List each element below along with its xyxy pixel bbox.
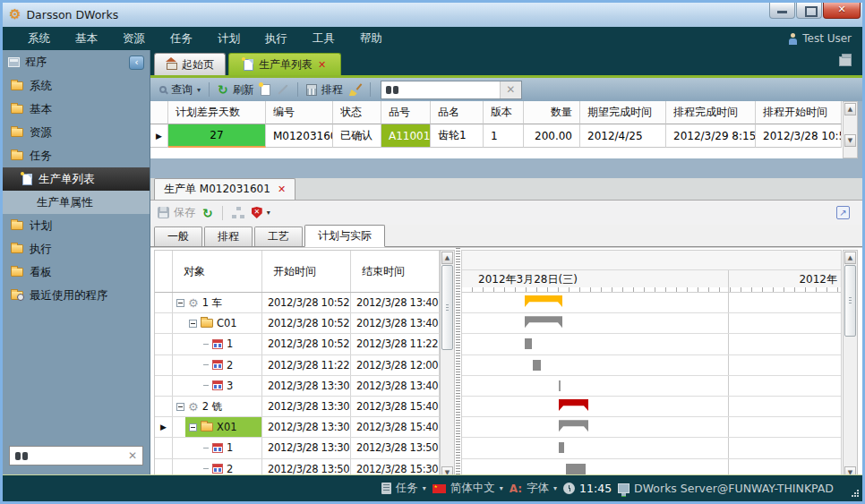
sidebar-item-execute[interactable]: 执行 — [3, 237, 150, 261]
menu-plan[interactable]: 计划 — [218, 31, 240, 47]
sidebar-item-resource[interactable]: 资源 — [3, 121, 150, 144]
refresh-button[interactable]: ↻ 刷新 — [218, 82, 254, 98]
scroll-up-icon[interactable] — [844, 103, 856, 115]
broom-icon[interactable] — [349, 83, 362, 96]
gantt-bar[interactable] — [559, 442, 564, 453]
tab-production-order-list[interactable]: 生产单列表 ✕ — [228, 53, 341, 75]
col-item-name[interactable]: 品名 — [431, 101, 484, 124]
dropdown-caret-icon[interactable]: ▾ — [553, 484, 557, 492]
scrollbar-thumb[interactable] — [844, 265, 856, 337]
tree-row[interactable]: ⚙ 2 铣 2012/3/28 13:30 2012/3/28 15:40 — [155, 397, 440, 417]
gantt-bar[interactable] — [525, 338, 532, 349]
sidebar-search-box[interactable]: ✕ — [9, 446, 143, 466]
collapse-minus-icon[interactable] — [189, 423, 197, 431]
detail-doc-tab[interactable]: 生产单 M012031601 ✕ — [154, 178, 295, 200]
sidebar-item-basic[interactable]: 基本 — [3, 98, 150, 121]
scroll-down-icon[interactable] — [844, 134, 856, 147]
refresh-icon[interactable]: ↻ — [202, 207, 213, 219]
orders-vertical-scrollbar[interactable] — [843, 101, 858, 158]
col-plan-diff-days[interactable]: 计划差异天数 — [168, 101, 266, 124]
menu-task[interactable]: 任务 — [170, 31, 193, 47]
sidebar-item-production-order-list[interactable]: 生产单列表 — [3, 167, 150, 191]
dropdown-caret-icon[interactable]: ▾ — [500, 484, 503, 492]
cell-plan-diff-days[interactable]: 27 — [168, 124, 266, 148]
maximize-button[interactable] — [796, 3, 822, 19]
quick-search-clear-icon[interactable]: ✕ — [500, 81, 521, 98]
col-scheduled-start[interactable]: 排程开始时间 — [756, 101, 842, 124]
menu-resource[interactable]: 资源 — [123, 31, 145, 47]
subtab-plan-vs-actual[interactable]: 计划与实际 — [304, 225, 385, 247]
gantt-bar[interactable] — [559, 399, 588, 411]
orders-data-row[interactable]: ▶ 27 M012031601 已确认 A11001 齿轮1 1 200.00 … — [150, 124, 843, 148]
close-button[interactable] — [823, 3, 861, 19]
sidebar-item-recent-programs[interactable]: 最近使用的程序 — [3, 284, 150, 307]
col-item-no[interactable]: 品号 — [381, 101, 431, 124]
cell-scheduled-start[interactable]: 2012/3/28 10:52 — [756, 124, 842, 148]
cell-version[interactable]: 1 — [484, 124, 524, 148]
sidebar-item-production-order-props[interactable]: 生产单属性 — [3, 191, 150, 214]
validate-button[interactable]: ▾ — [252, 207, 270, 218]
gantt-bar[interactable] — [533, 360, 541, 371]
gantt-bar[interactable] — [525, 295, 562, 307]
status-language-menu[interactable]: 简体中文 ▾ — [432, 481, 503, 496]
tree-vertical-scrollbar[interactable] — [440, 250, 455, 481]
menu-system[interactable]: 系统 — [28, 31, 50, 47]
col-scheduled-finish[interactable]: 排程完成时间 — [666, 101, 756, 124]
col-expected-finish[interactable]: 期望完成时间 — [580, 101, 666, 124]
edit-pencil-icon[interactable] — [278, 84, 287, 94]
tree-row[interactable]: C01 2012/3/28 10:52 2012/3/28 13:40 — [155, 313, 440, 334]
tab-home[interactable]: 起始页 — [154, 53, 226, 75]
tree-row[interactable]: ⚙ 1 车 2012/3/28 10:52 2012/3/28 13:40 — [155, 293, 440, 313]
split-handle[interactable] — [456, 248, 460, 474]
menu-execute[interactable]: 执行 — [265, 31, 287, 47]
tree-row[interactable]: 2 2012/3/28 11:22 2012/3/28 12:00 — [155, 355, 440, 376]
sidebar-item-plan[interactable]: 计划 — [3, 214, 150, 237]
cell-item-name[interactable]: 齿轮1 — [431, 124, 484, 148]
tree-row[interactable]: 3 2012/3/28 13:30 2012/3/28 13:40 — [155, 376, 440, 397]
subtab-schedule[interactable]: 排程 — [204, 226, 253, 246]
scroll-up-icon[interactable] — [844, 252, 856, 264]
query-dropdown-caret-icon[interactable]: ▾ — [197, 86, 201, 94]
subtab-process[interactable]: 工艺 — [254, 226, 303, 246]
cell-item-no[interactable]: A11001 — [381, 124, 431, 148]
subtab-general[interactable]: 一般 — [154, 226, 202, 246]
new-document-icon[interactable] — [261, 84, 270, 96]
sidebar-item-system[interactable]: 系统 — [3, 74, 150, 98]
tree-col-start[interactable]: 开始时间 — [262, 251, 351, 292]
window-list-icon[interactable] — [839, 56, 852, 66]
tree-row[interactable]: 1 2012/3/28 13:30 2012/3/28 13:50 — [155, 438, 440, 458]
tree-row[interactable]: 1 2012/3/28 10:52 2012/3/28 11:22 — [155, 334, 440, 355]
gantt-bar[interactable] — [525, 316, 562, 328]
menu-tools[interactable]: 工具 — [313, 31, 335, 47]
resize-grip[interactable] — [851, 490, 859, 498]
collapse-minus-icon[interactable] — [189, 320, 197, 328]
cell-expected-finish[interactable]: 2012/4/25 — [580, 124, 666, 148]
sidebar-collapse-button[interactable]: ‹ — [129, 56, 144, 70]
scroll-up-icon[interactable] — [441, 252, 453, 264]
col-status[interactable]: 状态 — [333, 101, 381, 124]
minimize-button[interactable] — [769, 3, 795, 19]
status-font-menu[interactable]: A: 字体 ▾ — [510, 481, 557, 496]
validate-dropdown-caret-icon[interactable]: ▾ — [267, 209, 270, 217]
collapse-minus-icon[interactable] — [176, 299, 184, 307]
sidebar-item-kanban[interactable]: 看板 — [3, 261, 150, 284]
org-chart-icon[interactable] — [232, 207, 244, 218]
scrollbar-thumb[interactable] — [441, 265, 453, 350]
schedule-button[interactable]: 排程 — [306, 82, 343, 98]
sidebar-item-task[interactable]: 任务 — [3, 144, 150, 167]
cell-status[interactable]: 已确认 — [333, 124, 381, 148]
gantt-vertical-scrollbar[interactable] — [843, 250, 858, 481]
gantt-bar[interactable] — [566, 464, 586, 474]
col-order-no[interactable]: 编号 — [266, 101, 333, 124]
user-area[interactable]: Test User — [788, 27, 852, 50]
gantt-bar[interactable] — [559, 380, 561, 391]
tree-col-end[interactable]: 结束时间 — [351, 251, 440, 292]
quick-search-input[interactable] — [398, 82, 500, 98]
collapse-minus-icon[interactable] — [176, 403, 184, 411]
gantt-bar[interactable] — [559, 420, 588, 431]
sidebar-search-clear-icon[interactable]: ✕ — [128, 449, 137, 462]
tree-col-object[interactable]: 对象 — [173, 251, 262, 292]
cell-order-no[interactable]: M012031601 — [266, 124, 333, 148]
cell-scheduled-finish[interactable]: 2012/3/29 8:15 — [666, 124, 756, 148]
detail-tab-close-icon[interactable]: ✕ — [278, 184, 286, 195]
